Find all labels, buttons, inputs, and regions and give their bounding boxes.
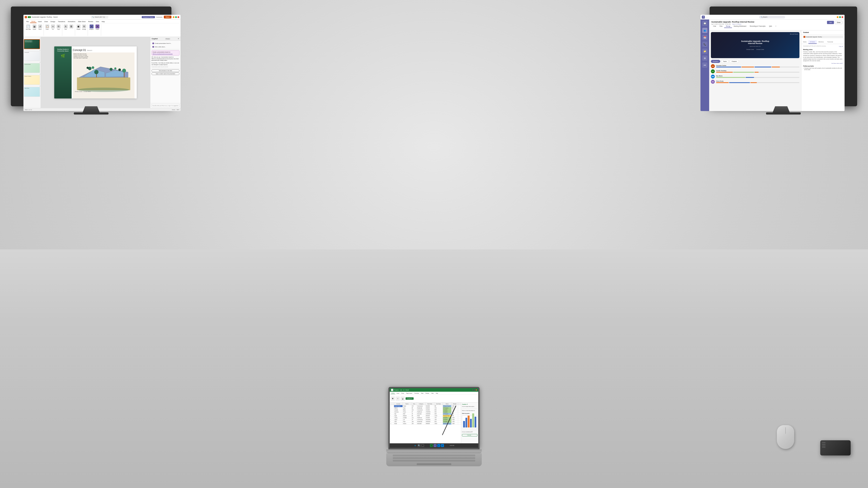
excel-close[interactable] xyxy=(476,389,477,391)
teams-nav-fwd[interactable]: › xyxy=(707,17,707,18)
sidebar-icon-more[interactable]: ••• xyxy=(702,62,707,68)
tab-view[interactable]: View xyxy=(95,21,100,23)
taskbar-icon-outlook[interactable]: O xyxy=(441,444,444,447)
excel-tab-formulas[interactable]: Formulas xyxy=(413,392,420,394)
tab-design[interactable]: Design xyxy=(50,21,56,23)
notes-useful-btn[interactable]: Are these notes useful? xyxy=(803,63,843,64)
teams-minimize[interactable] xyxy=(837,16,838,18)
excel-copilot-btn[interactable]: Calculate → xyxy=(462,434,477,436)
sidebar-icon-calendar[interactable]: 📅 xyxy=(702,35,707,40)
excel-tab-data[interactable]: Data xyxy=(420,392,424,394)
notes-tab-ai[interactable]: AI Notes xyxy=(808,40,817,44)
sidebar-icon-teams[interactable]: 👥 xyxy=(702,28,707,33)
excel-tab-view[interactable]: View xyxy=(430,392,434,394)
notes-tab-mentions[interactable]: Mentions xyxy=(817,40,826,44)
copilot-menu-create[interactable]: Create presentation from hi... xyxy=(152,42,180,45)
tab-slideshow[interactable]: Slide Show xyxy=(77,21,87,23)
taskbar-icon-excel[interactable]: X xyxy=(430,444,433,447)
new-slide-btn[interactable]: 📄 New Slide xyxy=(25,24,31,30)
excel-maximize[interactable] xyxy=(474,389,475,391)
copilot-animate-btn[interactable]: Add animations to this slide xyxy=(152,69,180,72)
suggestion-link[interactable]: SBU113_RooftopGardenCommunity.docx xyxy=(153,53,178,55)
taskbar-icon-windows[interactable]: ⊞ xyxy=(414,444,417,447)
copilot-menu-add-slide[interactable]: Add a slide about... xyxy=(152,45,180,48)
taskbar-icon-edge[interactable]: e xyxy=(437,444,440,447)
speaker-tab-speakers[interactable]: Speakers xyxy=(711,60,720,63)
trackpad[interactable] xyxy=(416,463,452,465)
tab-draw[interactable]: Draw xyxy=(43,21,49,23)
teams-close[interactable] xyxy=(841,16,843,18)
slide-thumb-2[interactable]: 2 Concept 01 xyxy=(24,50,40,61)
tab-help[interactable]: Help xyxy=(100,21,106,23)
taskbar-icon-teams[interactable]: T xyxy=(434,444,437,447)
mouse[interactable] xyxy=(777,425,794,449)
designer-btn[interactable]: ✦ Designer xyxy=(89,24,94,30)
sidebar-icon-calls[interactable]: 📞 xyxy=(702,42,707,47)
speaker-tab-chapters[interactable]: Chapters xyxy=(730,60,739,63)
taskbar-icon-taskview[interactable]: ⧉ xyxy=(421,444,424,447)
excel-underline-btn[interactable]: U xyxy=(401,396,405,401)
tab-home[interactable]: Home xyxy=(30,20,36,23)
share-button[interactable]: Share xyxy=(164,15,172,19)
notes-btn[interactable]: Notes xyxy=(172,109,175,110)
teams-search[interactable]: 🔍 Search xyxy=(759,16,785,19)
slide-thumb-4[interactable]: 4 Exterior Furniture xyxy=(24,73,40,85)
ppt-search[interactable]: 🔍 Search (Alt + Q) xyxy=(91,16,108,19)
slide-thumb-1[interactable]: 1 Rooftop Garden &Community Space xyxy=(24,38,40,49)
tab-qa[interactable]: Q&A xyxy=(767,25,774,28)
excel-copilot-ribbon-btn[interactable]: Copilot ✦ xyxy=(406,397,413,400)
paste-btn[interactable]: 📋 Paste xyxy=(45,24,50,30)
join-button[interactable]: Join xyxy=(827,21,834,24)
slide-thumb-5[interactable]: 5 Solar Power xyxy=(24,86,40,97)
excel-tab-insert[interactable]: Insert xyxy=(396,392,400,394)
comments-btn[interactable]: Comments xyxy=(156,17,162,18)
copilot-ribbon-btn[interactable]: ✦ Copilot xyxy=(95,24,100,30)
sidebar-icon-files[interactable]: 📁 xyxy=(702,48,707,54)
tab-recordings[interactable]: Recordings & Transcripts xyxy=(748,25,767,28)
close-meeting-button[interactable]: Close xyxy=(835,21,842,24)
excel-bold-btn[interactable]: B xyxy=(391,396,395,401)
bold-btn[interactable]: B xyxy=(69,24,74,29)
sidebar-icon-store[interactable]: ⊞ xyxy=(702,56,707,61)
arrange-btn[interactable]: ⧉ Arrange xyxy=(82,24,87,30)
excel-tab-home[interactable]: Home xyxy=(391,392,395,394)
tab-transitions[interactable]: Transitions xyxy=(57,21,66,23)
maximize-button[interactable] xyxy=(175,16,177,18)
tab-review[interactable]: Review xyxy=(87,21,94,23)
copy-btn[interactable]: ⧉ Copy xyxy=(56,24,61,30)
sidebar-icon-chat[interactable]: 💬 xyxy=(702,21,707,26)
cut-btn[interactable]: ✂ Cut xyxy=(50,24,56,30)
excel-minimize[interactable] xyxy=(472,389,473,391)
minimize-button[interactable] xyxy=(173,16,175,18)
taskbar-icon-search[interactable]: 🔍 xyxy=(417,444,421,447)
copilot-style-btn[interactable]: Apply a modern style to the presentation xyxy=(152,72,180,75)
tab-add[interactable]: + xyxy=(774,25,778,28)
layout-btn[interactable]: ▦ Layout xyxy=(32,24,37,30)
close-button[interactable] xyxy=(178,16,179,18)
slide-thumb-3[interactable]: 3 Rooftop Garden xyxy=(24,62,40,73)
tab-insert[interactable]: Insert xyxy=(37,21,43,23)
copilot-close-button[interactable]: ✕ xyxy=(178,38,179,40)
teams-maximize[interactable] xyxy=(839,16,841,18)
shapes-btn[interactable]: ⬟ Shapes xyxy=(76,24,81,30)
copy-all-btn[interactable]: Copy all xyxy=(839,46,843,47)
tab-animations[interactable]: Animations xyxy=(67,21,76,23)
excel-italic-btn[interactable]: I xyxy=(396,396,400,401)
speaker-tab-topics[interactable]: Topics xyxy=(721,60,729,63)
teams-nav-back[interactable]: ‹ xyxy=(706,17,706,18)
present-teams-button[interactable]: Present in Teams xyxy=(142,16,155,18)
tab-recap[interactable]: Recap xyxy=(724,25,732,28)
notes-tab-notes[interactable]: Notes xyxy=(801,40,808,44)
video-player[interactable]: Microsoft Teams Sustainable Upgrade: Roo… xyxy=(711,32,799,58)
tab-chat[interactable]: Chat xyxy=(711,25,718,28)
excel-tab-review[interactable]: Review xyxy=(425,392,430,394)
tab-file[interactable]: File xyxy=(25,21,30,23)
tab-files[interactable]: Files xyxy=(718,25,724,28)
font-btn[interactable]: A Font xyxy=(63,24,68,30)
notes-tab-transcript[interactable]: Transcript xyxy=(826,40,835,44)
copilot-input[interactable] xyxy=(151,104,180,107)
excel-tab-help[interactable]: Help xyxy=(435,392,439,394)
excel-tab-pagelayout[interactable]: Page Layout xyxy=(405,392,413,394)
tab-whiteboard[interactable]: Meeting Whiteboard xyxy=(732,25,748,28)
reset-btn[interactable]: ↺ Reset xyxy=(37,24,43,30)
